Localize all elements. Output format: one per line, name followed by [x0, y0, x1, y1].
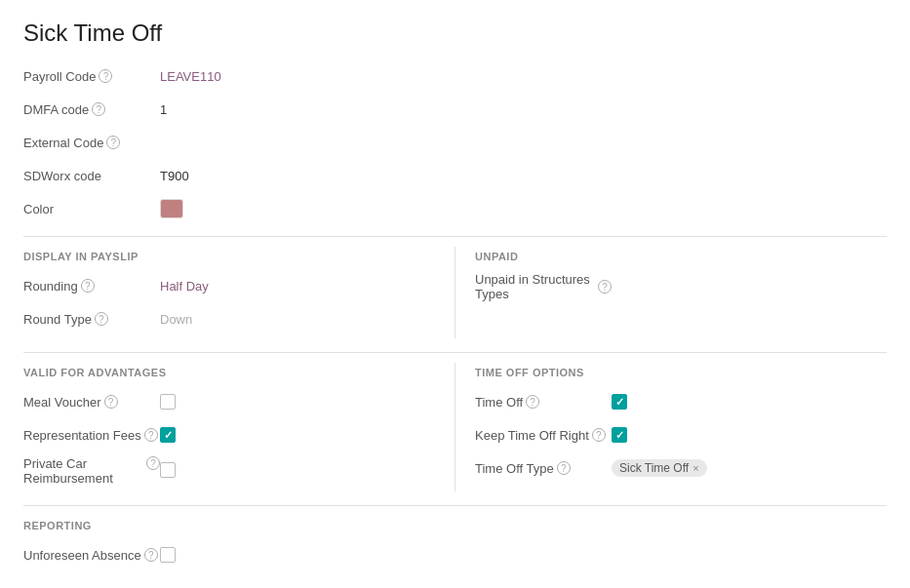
unpaid-structures-help-icon[interactable]: ? [598, 280, 612, 294]
unforeseen-absence-row: Unforeseen Absence ? [23, 541, 887, 568]
time-off-options-col: TIME OFF OPTIONS Time Off ? Keep Time Of… [455, 363, 887, 491]
private-car-checkbox[interactable] [160, 462, 176, 478]
time-off-checkbox[interactable] [612, 394, 627, 410]
color-swatch[interactable] [160, 199, 183, 218]
external-code-help-icon[interactable]: ? [106, 136, 120, 149]
time-off-help-icon[interactable]: ? [526, 395, 539, 409]
keep-time-off-right-checkbox[interactable] [612, 427, 627, 443]
private-car-help-icon[interactable]: ? [146, 456, 160, 470]
round-type-label: Round Type ? [23, 312, 160, 327]
sdworx-code-label: SDWorx code [23, 169, 160, 183]
unpaid-structures-label: Unpaid in Structures Types ? [475, 272, 612, 301]
dmfa-code-help-icon[interactable]: ? [92, 102, 105, 116]
meal-voucher-help-icon[interactable]: ? [104, 395, 118, 409]
rounding-value: Half Day [160, 279, 209, 294]
time-off-row: Time Off ? [475, 388, 887, 415]
external-code-label: External Code ? [23, 136, 160, 150]
color-row: Color [23, 195, 887, 222]
keep-time-off-right-label: Keep Time Off Right ? [475, 428, 612, 443]
dmfa-code-value: 1 [160, 102, 167, 117]
payroll-code-row: Payroll Code ? LEAVE110 [23, 62, 887, 90]
keep-time-off-right-row: Keep Time Off Right ? [475, 421, 887, 449]
display-in-payslip-col: DISPLAY IN PAYSLIP Rounding ? Half Day R… [23, 247, 455, 338]
display-in-payslip-title: DISPLAY IN PAYSLIP [23, 247, 435, 262]
representation-fees-checkbox[interactable] [160, 427, 176, 443]
meal-voucher-checkbox[interactable] [160, 394, 176, 410]
unpaid-structures-row: Unpaid in Structures Types ? [475, 272, 887, 301]
divider-3 [23, 505, 887, 506]
payroll-code-help-icon[interactable]: ? [99, 69, 112, 83]
representation-fees-row: Representation Fees ? [23, 421, 435, 449]
valid-for-advantages-col: VALID FOR ADVANTAGES Meal Voucher ? Repr… [23, 363, 455, 491]
time-off-options-title: TIME OFF OPTIONS [475, 363, 887, 378]
time-off-type-tag: Sick Time Off × [612, 459, 707, 477]
page-title: Sick Time Off [23, 20, 887, 47]
private-car-label: Private Car Reimbursement ? [23, 454, 160, 486]
private-car-row: Private Car Reimbursement ? [23, 454, 435, 486]
time-off-type-tag-text: Sick Time Off [619, 461, 689, 475]
round-type-row: Round Type ? Down [23, 305, 435, 333]
meal-voucher-row: Meal Voucher ? [23, 388, 435, 415]
round-type-value: Down [160, 312, 192, 327]
representation-fees-help-icon[interactable]: ? [144, 428, 158, 442]
dmfa-code-row: DMFA code ? 1 [23, 96, 887, 123]
rounding-label: Rounding ? [23, 279, 160, 294]
unforeseen-absence-checkbox[interactable] [160, 547, 176, 563]
unpaid-title: UNPAID [475, 247, 887, 262]
rounding-row: Rounding ? Half Day [23, 272, 435, 299]
rounding-help-icon[interactable]: ? [81, 279, 95, 293]
advantages-timeoptions-section: VALID FOR ADVANTAGES Meal Voucher ? Repr… [23, 363, 887, 491]
payroll-code-label: Payroll Code ? [23, 69, 160, 84]
reporting-section: REPORTING Unforeseen Absence ? [23, 516, 887, 568]
unforeseen-absence-help-icon[interactable]: ? [144, 548, 158, 562]
divider-1 [23, 236, 887, 237]
time-off-type-label: Time Off Type ? [475, 461, 612, 476]
representation-fees-label: Representation Fees ? [23, 428, 160, 443]
divider-2 [23, 352, 887, 353]
payslip-unpaid-section: DISPLAY IN PAYSLIP Rounding ? Half Day R… [23, 247, 887, 338]
meal-voucher-label: Meal Voucher ? [23, 395, 160, 410]
unforeseen-absence-label: Unforeseen Absence ? [23, 548, 160, 563]
sdworx-code-row: SDWorx code T900 [23, 162, 887, 189]
time-off-type-help-icon[interactable]: ? [557, 461, 571, 475]
reporting-title: REPORTING [23, 516, 887, 531]
valid-for-advantages-title: VALID FOR ADVANTAGES [23, 363, 435, 378]
time-off-type-tag-close[interactable]: × [692, 462, 698, 474]
time-off-type-row: Time Off Type ? Sick Time Off × [475, 454, 887, 482]
payroll-code-value: LEAVE110 [160, 69, 221, 84]
round-type-help-icon[interactable]: ? [95, 312, 108, 326]
keep-time-off-right-help-icon[interactable]: ? [592, 428, 606, 442]
sdworx-code-value: T900 [160, 169, 189, 183]
color-label: Color [23, 202, 160, 216]
dmfa-code-label: DMFA code ? [23, 102, 160, 117]
unpaid-col: UNPAID Unpaid in Structures Types ? [455, 247, 887, 338]
time-off-label: Time Off ? [475, 395, 612, 410]
external-code-row: External Code ? [23, 129, 887, 156]
